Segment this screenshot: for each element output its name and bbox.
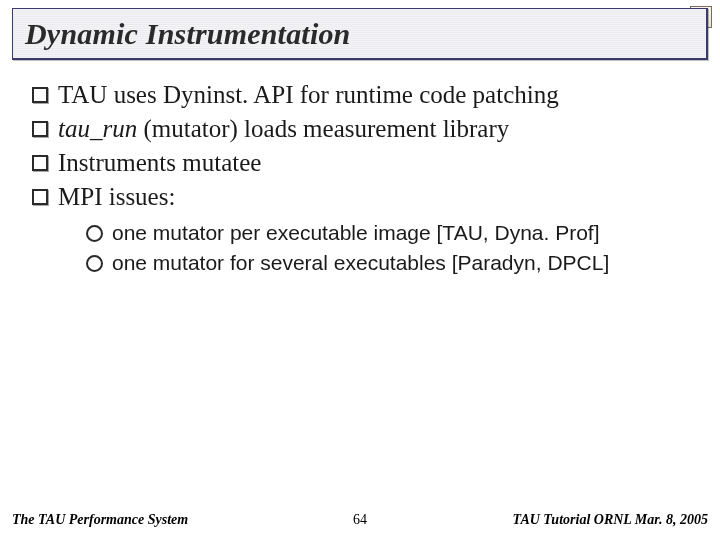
slide-title: Dynamic Instrumentation — [25, 17, 351, 51]
footer: The TAU Performance System 64 TAU Tutori… — [0, 506, 720, 534]
footer-left: The TAU Performance System — [12, 512, 188, 528]
bullet-item: tau_run (mutator) loads measurement libr… — [28, 112, 692, 145]
sub-bullet-item: one mutator per executable image [TAU, D… — [84, 219, 692, 247]
sub-bullet-text: one mutator per executable image [TAU, D… — [112, 221, 600, 244]
content-area: TAU uses Dyninst. API for runtime code p… — [28, 78, 692, 280]
footer-page-number: 64 — [353, 512, 367, 528]
slide: τ Dynamic Instrumentation TAU uses Dynin… — [0, 0, 720, 540]
bullet-text: TAU uses Dyninst. API for runtime code p… — [58, 81, 559, 108]
sub-bullet-list: one mutator per executable image [TAU, D… — [84, 219, 692, 278]
bullet-item: MPI issues: — [28, 180, 692, 213]
bullet-item: Instruments mutatee — [28, 146, 692, 179]
bullet-list: TAU uses Dyninst. API for runtime code p… — [28, 78, 692, 213]
bullet-item: TAU uses Dyninst. API for runtime code p… — [28, 78, 692, 111]
bullet-text: MPI issues: — [58, 183, 175, 210]
footer-right: TAU Tutorial ORNL Mar. 8, 2005 — [513, 512, 708, 528]
bullet-emph: tau_run — [58, 115, 137, 142]
bullet-text: Instruments mutatee — [58, 149, 261, 176]
title-bar: Dynamic Instrumentation — [12, 8, 708, 60]
sub-bullet-item: one mutator for several executables [Par… — [84, 249, 692, 277]
sub-bullet-text: one mutator for several executables [Par… — [112, 251, 609, 274]
bullet-text: (mutator) loads measurement library — [137, 115, 509, 142]
